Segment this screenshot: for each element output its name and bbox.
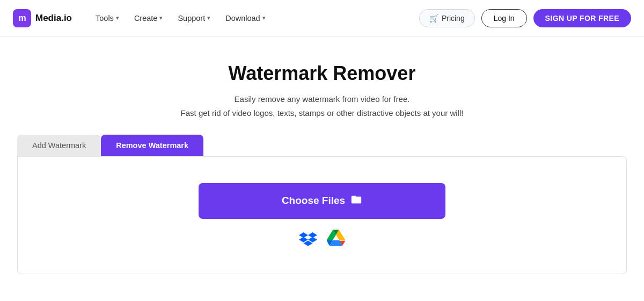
chevron-down-icon: ▾ [159, 14, 163, 21]
hero-subtitle: Easily remove any watermark from video f… [13, 92, 631, 120]
hero-section: Watermark Remover Easily remove any wate… [0, 36, 644, 135]
nav-item-support[interactable]: Support ▾ [171, 10, 217, 27]
nav-items: Tools ▾ Create ▾ Support ▾ Download ▾ [89, 10, 419, 27]
choose-files-button[interactable]: Choose Files [199, 183, 445, 219]
folder-icon [350, 194, 362, 208]
cart-icon: 🛒 [429, 14, 438, 23]
pricing-button[interactable]: 🛒 Pricing [419, 9, 475, 27]
logo-text: Media.io [35, 13, 72, 24]
nav-item-download[interactable]: Download ▾ [219, 10, 272, 27]
logo-area[interactable]: m Media.io [13, 9, 72, 27]
chevron-down-icon: ▾ [116, 14, 119, 21]
tab-add-watermark[interactable]: Add Watermark [17, 135, 101, 156]
chevron-down-icon: ▾ [262, 14, 266, 21]
nav-item-tools[interactable]: Tools ▾ [89, 10, 126, 27]
tab-remove-watermark[interactable]: Remove Watermark [101, 135, 203, 156]
signup-button[interactable]: SIGN UP FOR FREE [533, 9, 631, 27]
google-drive-button[interactable] [327, 230, 345, 248]
nav-right: 🛒 Pricing Log In SIGN UP FOR FREE [419, 9, 631, 27]
tabs-row: Add Watermark Remove Watermark [0, 135, 644, 156]
logo-icon: m [13, 9, 31, 27]
login-button[interactable]: Log In [481, 9, 527, 27]
page-title: Watermark Remover [13, 62, 631, 85]
nav-item-create[interactable]: Create ▾ [128, 10, 170, 27]
cloud-storage-icons [299, 230, 345, 248]
upload-panel: Choose Files [17, 156, 627, 274]
dropbox-button[interactable] [299, 230, 317, 248]
navbar: m Media.io Tools ▾ Create ▾ Support ▾ Do… [0, 0, 644, 36]
chevron-down-icon: ▾ [207, 14, 210, 21]
